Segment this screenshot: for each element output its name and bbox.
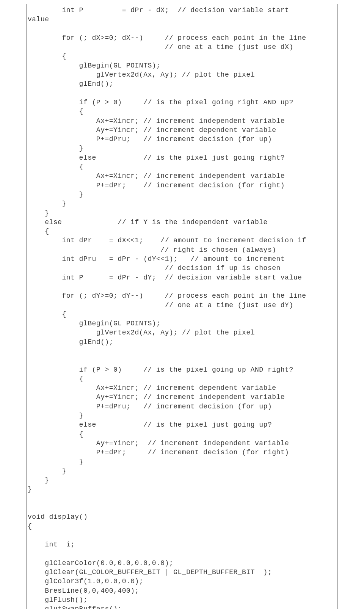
page: int P = dPr - dX; // decision variable s… <box>0 0 364 609</box>
code-listing: int P = dPr - dX; // decision variable s… <box>28 6 334 609</box>
code-box: int P = dPr - dX; // decision variable s… <box>27 4 337 609</box>
